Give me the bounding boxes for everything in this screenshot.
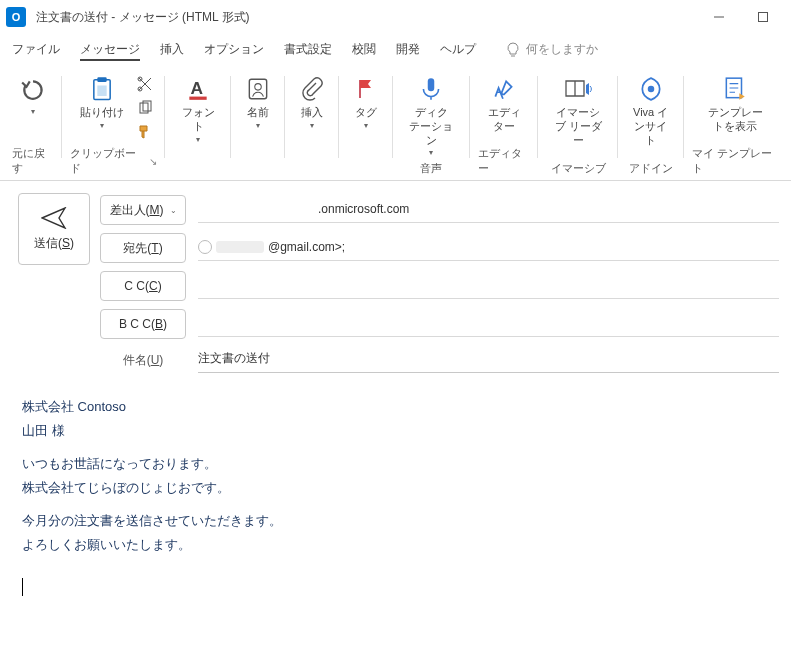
menu-review[interactable]: 校閲 [342,37,386,62]
group-clipboard-label: クリップボード [70,146,143,176]
group-voice-label: 音声 [416,159,446,178]
lightbulb-icon [506,42,520,58]
group-voice: ディク テーション ▾ 音声 [393,66,469,180]
bcc-button[interactable]: B C C(B) [100,309,186,339]
svg-point-15 [647,86,654,93]
dialog-launcher-icon[interactable]: ↘ [149,156,157,167]
recipient-chip[interactable]: @gmail.com>; [198,240,345,254]
subject-field[interactable]: 注文書の送付 [198,347,779,373]
font-button[interactable]: A フォント ▾ [169,70,227,146]
svg-rect-11 [190,97,207,100]
svg-rect-12 [250,79,267,99]
show-templates-button[interactable]: テンプレー トを表示 [700,70,771,136]
chevron-down-icon: ▾ [196,135,200,144]
to-field[interactable]: @gmail.com>; [198,235,779,261]
group-immersive-label: イマーシブ [547,159,610,178]
format-painter-button[interactable] [134,122,156,142]
mic-icon [416,74,446,104]
chevron-down-icon: ⌄ [170,206,177,215]
dictation-label: ディク テーション [405,106,457,147]
attach-button[interactable]: 挿入 ▾ [289,70,335,132]
clipboard-icon [87,74,117,104]
from-row: 差出人(M)⌄ .onmicrosoft.com [100,195,779,225]
paste-label: 貼り付け [80,106,124,120]
redacted-text [216,241,264,253]
group-undo-label: 元に戻す [8,144,58,178]
chevron-down-icon: ▾ [31,107,35,116]
chevron-down-icon: ▾ [429,148,433,157]
app-initial: O [12,11,21,23]
send-button[interactable]: 送信(S) [18,193,90,265]
group-clipboard: 貼り付け ▾ クリップボード↘ [62,66,165,180]
cut-button[interactable] [134,74,156,94]
dictation-button[interactable]: ディク テーション ▾ [397,70,465,159]
template-icon [720,74,750,104]
subject-row: 件名(U) 注文書の送付 [100,347,779,373]
svg-point-13 [255,84,262,91]
addressbook-icon [243,74,273,104]
group-undo: ▾ 元に戻す [4,66,62,180]
titlebar: O 注文書の送付 - メッセージ (HTML 形式) [0,0,791,34]
font-icon: A [183,74,213,104]
viva-label: Viva イ ンサイト [630,106,672,147]
avatar-icon [198,240,212,254]
attach-label: 挿入 [301,106,323,120]
from-selector[interactable]: 差出人(M)⌄ [100,195,186,225]
menu-insert[interactable]: 挿入 [150,37,194,62]
tag-button[interactable]: タグ ▾ [343,70,389,132]
maximize-button[interactable] [741,2,785,32]
copy-icon [137,100,153,116]
group-immersive: イマーシ ブ リーダー イマーシブ [538,66,617,180]
font-label: フォント [177,106,219,134]
chevron-down-icon: ▾ [100,121,104,130]
immersive-label: イマーシ ブ リーダー [550,106,605,147]
svg-rect-14 [428,78,435,91]
names-label: 名前 [247,106,269,120]
menu-message[interactable]: メッセージ [70,37,150,62]
editor-button[interactable]: エディ ター [480,70,529,136]
group-insert: 挿入 ▾ [285,66,339,180]
editor-label: エディ ター [488,106,521,134]
template-label: テンプレー トを表示 [708,106,763,134]
minimize-button[interactable] [697,2,741,32]
body-line: よろしくお願いいたします。 [22,535,771,555]
menu-options[interactable]: オプション [194,37,274,62]
paperclip-icon [297,74,327,104]
menu-format[interactable]: 書式設定 [274,37,342,62]
viva-insights-button[interactable]: Viva イ ンサイト [622,70,680,149]
from-value: .onmicrosoft.com [198,197,779,223]
cc-field[interactable] [198,273,779,299]
bcc-field[interactable] [198,311,779,337]
menu-developer[interactable]: 開発 [386,37,430,62]
send-icon [41,207,67,229]
editor-icon [489,74,519,104]
to-button[interactable]: 宛先(T) [100,233,186,263]
outlook-app-icon: O [6,7,26,27]
paste-button[interactable]: 貼り付け ▾ [72,70,132,132]
names-button[interactable]: 名前 ▾ [235,70,281,132]
cc-row: C C(C) [100,271,779,301]
recipient-suffix: @gmail.com>; [268,240,345,254]
immersive-reader-button[interactable]: イマーシ ブ リーダー [542,70,613,149]
chevron-down-icon: ▾ [256,121,260,130]
group-font: A フォント ▾ [165,66,231,180]
scissors-icon [137,76,153,92]
flag-icon [351,74,381,104]
svg-text:A: A [191,78,204,98]
cc-button[interactable]: C C(C) [100,271,186,301]
tag-label: タグ [355,106,377,120]
menu-help[interactable]: ヘルプ [430,37,486,62]
tell-me[interactable]: 何をしますか [506,41,598,58]
menu-file[interactable]: ファイル [2,37,70,62]
message-body[interactable]: 株式会社 Contoso 山田 様 いつもお世話になっております。 株式会社てじ… [18,373,779,612]
copy-button[interactable] [134,98,156,118]
body-line: 株式会社 Contoso [22,397,771,417]
brush-icon [137,124,153,140]
group-editor: エディ ター エディター [470,66,539,180]
svg-rect-5 [97,86,106,97]
text-cursor [22,578,23,596]
window-title: 注文書の送付 - メッセージ (HTML 形式) [36,9,697,26]
group-editor-label: エディター [474,144,535,178]
undo-button[interactable]: ▾ [10,70,56,118]
compose-area: 送信(S) 差出人(M)⌄ .onmicrosoft.com 宛先(T) @gm… [0,181,791,622]
